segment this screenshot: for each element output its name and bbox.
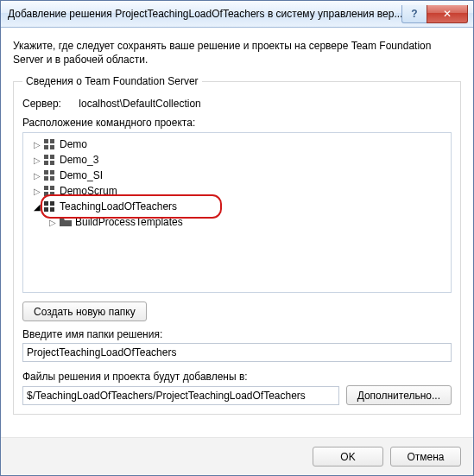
tree-item-label: Demo_3 bbox=[58, 154, 100, 166]
svg-rect-15 bbox=[50, 192, 54, 196]
titlebar: Добавление решения ProjectTeachingLoadOf… bbox=[1, 1, 473, 28]
svg-rect-10 bbox=[44, 176, 48, 181]
dialog-footer: OK Отмена bbox=[1, 437, 473, 475]
svg-rect-3 bbox=[50, 145, 54, 149]
ok-button[interactable]: OK bbox=[313, 447, 383, 466]
tree-item-demoscrum[interactable]: ▷ DemoScrum bbox=[23, 183, 451, 199]
tree-item-label: Demo bbox=[58, 138, 89, 150]
tree-item-demo-si[interactable]: ▷ Demo_SI bbox=[23, 168, 451, 183]
svg-rect-13 bbox=[50, 186, 54, 190]
chevron-down-icon[interactable]: ◢ bbox=[32, 201, 42, 212]
project-tree[interactable]: ▷ Demo ▷ Demo_3 ▷ Demo_SI ▷ Demo bbox=[22, 132, 452, 293]
tree-item-buildprocesstemplates[interactable]: ▷ BuildProcessTemplates bbox=[23, 214, 451, 230]
svg-rect-6 bbox=[44, 161, 48, 165]
svg-rect-12 bbox=[44, 186, 48, 190]
svg-rect-7 bbox=[50, 161, 54, 165]
intro-text: Укажите, где следует сохранять ваше реше… bbox=[13, 39, 461, 67]
server-value: localhost\DefaultCollection bbox=[79, 98, 200, 110]
tree-item-demo-3[interactable]: ▷ Demo_3 bbox=[23, 152, 451, 168]
client-area: Укажите, где следует сохранять ваше реше… bbox=[1, 28, 473, 437]
project-icon bbox=[44, 170, 56, 181]
chevron-right-icon[interactable]: ▷ bbox=[47, 217, 58, 227]
tree-item-label: TeachingLoadOfTeachers bbox=[58, 200, 179, 213]
svg-rect-4 bbox=[44, 155, 48, 159]
new-folder-button[interactable]: Создать новую папку bbox=[22, 301, 147, 321]
close-icon: ✕ bbox=[443, 8, 452, 20]
tree-item-label: BuildProcessTemplates bbox=[73, 216, 185, 228]
svg-rect-8 bbox=[44, 170, 48, 175]
chevron-right-icon[interactable]: ▷ bbox=[32, 186, 42, 196]
project-icon bbox=[44, 186, 56, 196]
files-path-input[interactable] bbox=[22, 386, 339, 405]
tfs-info-group: Сведения о Team Foundation Server Сервер… bbox=[13, 75, 461, 415]
group-legend: Сведения о Team Foundation Server bbox=[22, 75, 202, 87]
chevron-right-icon[interactable]: ▷ bbox=[32, 139, 42, 149]
svg-rect-18 bbox=[44, 207, 48, 212]
cancel-button[interactable]: Отмена bbox=[390, 447, 461, 466]
solution-folder-label: Введите имя папки решения: bbox=[22, 328, 452, 340]
folder-icon bbox=[60, 217, 72, 227]
help-button[interactable]: ? bbox=[401, 5, 427, 23]
svg-rect-1 bbox=[50, 139, 54, 143]
chevron-right-icon[interactable]: ▷ bbox=[32, 155, 42, 165]
files-path-label: Файлы решения и проекта будут добавлены … bbox=[22, 371, 452, 383]
solution-folder-input[interactable] bbox=[22, 343, 452, 362]
svg-rect-17 bbox=[50, 201, 54, 206]
tree-label: Расположение командного проекта: bbox=[22, 117, 452, 129]
project-icon bbox=[44, 155, 56, 165]
svg-rect-5 bbox=[50, 155, 54, 159]
svg-rect-9 bbox=[50, 170, 54, 175]
project-icon bbox=[44, 139, 56, 149]
project-icon bbox=[44, 201, 56, 212]
tree-item-teachingloadofteachers[interactable]: ◢ TeachingLoadOfTeachers bbox=[23, 199, 451, 214]
advanced-button[interactable]: Дополнительно... bbox=[346, 385, 452, 405]
titlebar-buttons: ? ✕ bbox=[402, 5, 468, 22]
svg-rect-19 bbox=[50, 207, 54, 212]
svg-rect-2 bbox=[44, 145, 48, 149]
svg-rect-14 bbox=[44, 192, 48, 196]
close-button[interactable]: ✕ bbox=[427, 5, 468, 23]
dialog-window: Добавление решения ProjectTeachingLoadOf… bbox=[0, 0, 474, 476]
svg-rect-16 bbox=[44, 201, 48, 206]
window-title: Добавление решения ProjectTeachingLoadOf… bbox=[8, 8, 402, 20]
tree-item-demo[interactable]: ▷ Demo bbox=[23, 136, 451, 152]
svg-rect-11 bbox=[50, 176, 54, 181]
server-label: Сервер: bbox=[22, 98, 76, 110]
chevron-right-icon[interactable]: ▷ bbox=[32, 170, 42, 181]
help-icon: ? bbox=[411, 8, 417, 20]
tree-item-label: DemoScrum bbox=[58, 185, 119, 197]
server-row: Сервер: localhost\DefaultCollection bbox=[22, 98, 452, 110]
svg-rect-0 bbox=[44, 139, 48, 143]
tree-item-label: Demo_SI bbox=[58, 169, 104, 181]
